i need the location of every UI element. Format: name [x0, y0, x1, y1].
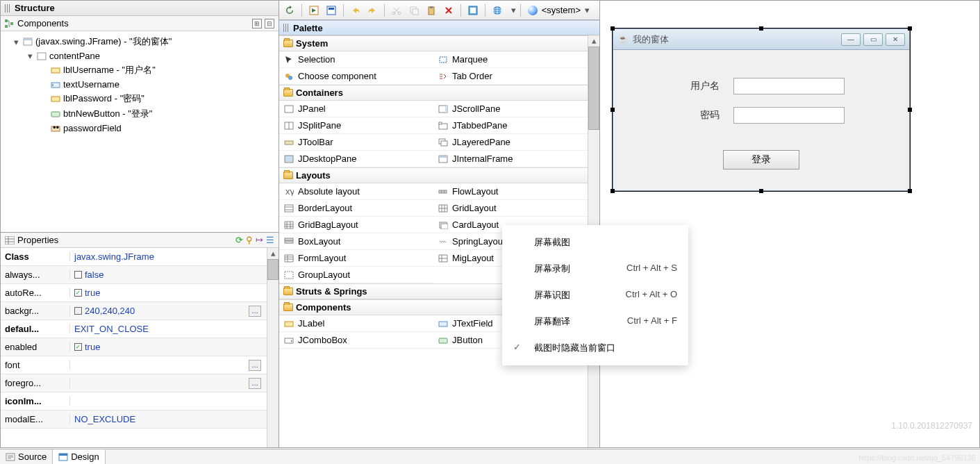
palette-item[interactable]: JInternalFrame	[433, 151, 588, 167]
tab-source[interactable]: Source	[0, 449, 53, 464]
border-icon	[283, 204, 294, 213]
props-tool-4-icon[interactable]: ☰	[266, 235, 274, 245]
context-menu-item[interactable]: 屏幕识图Ctrl + Alt + O	[502, 282, 688, 308]
svg-rect-18	[327, 6, 335, 15]
svg-rect-27	[470, 8, 476, 13]
property-row[interactable]: foregro...…	[1, 374, 267, 392]
context-menu-item[interactable]: 屏幕截图	[502, 229, 688, 256]
property-row[interactable]: iconIm...	[1, 392, 267, 411]
palette-item[interactable]: Choose component	[279, 68, 433, 85]
palette-category[interactable]: System	[279, 35, 588, 51]
property-row[interactable]: always...false	[1, 266, 267, 284]
property-row[interactable]: modalE...NO_EXCLUDE	[1, 411, 267, 429]
props-tool-2-icon[interactable]: ⚲	[246, 235, 253, 245]
ellipsis-button[interactable]: …	[249, 378, 261, 389]
tree-node[interactable]: ••passwordField	[2, 122, 277, 135]
tree-node[interactable]: lblUsername - "用户名"	[2, 63, 277, 78]
palette-item[interactable]: Selection	[279, 51, 433, 68]
svg-rect-33	[285, 106, 293, 113]
palette-category[interactable]: Containers	[279, 85, 588, 101]
palette-item[interactable]: GridLayout	[433, 200, 588, 217]
expand-all-button[interactable]: ⊞	[252, 19, 262, 28]
palette-item[interactable]: JSplitPane	[279, 117, 433, 134]
copy-button[interactable]	[406, 3, 422, 18]
text-icon	[50, 80, 61, 90]
palette-item[interactable]: GridBagLayout	[279, 217, 433, 233]
palette-item[interactable]: BorderLayout	[279, 200, 433, 217]
property-row[interactable]: enabled✓true	[1, 338, 267, 356]
palette-category[interactable]: Layouts	[279, 167, 588, 183]
context-menu-item[interactable]: 屏幕翻译Ctrl + Alt + F	[502, 308, 688, 335]
palette-item[interactable]: JDesktopPane	[279, 151, 433, 167]
minimize-button[interactable]: —	[841, 33, 861, 46]
tab-design[interactable]: Design	[53, 449, 105, 464]
jframe-preview[interactable]: ☕ 我的窗体 — ▭ ✕ 用户名 密码	[613, 28, 910, 191]
property-row[interactable]: backgr...240,240,240…	[1, 302, 267, 320]
delete-button[interactable]	[441, 3, 456, 18]
property-row[interactable]: font…	[1, 356, 267, 374]
cut-button[interactable]	[389, 3, 404, 18]
folder-icon	[283, 304, 293, 311]
password-icon: ••	[50, 124, 61, 133]
props-tool-3-icon[interactable]: ↦	[256, 235, 263, 245]
system-lnf-dropdown[interactable]: <system>▾	[525, 3, 597, 17]
password-field[interactable]	[733, 107, 845, 124]
button-icon	[50, 109, 61, 119]
palette-item[interactable]: Marquee	[433, 51, 588, 68]
tree-node[interactable]: lblPassword - "密码"	[2, 91, 277, 106]
palette-item[interactable]: Tab Order	[433, 68, 588, 85]
ellipsis-button[interactable]: …	[249, 306, 261, 317]
tree-node[interactable]: textUsername	[2, 78, 277, 91]
undo-button[interactable]	[348, 3, 363, 18]
palette-item[interactable]: JLayeredPane	[433, 134, 588, 151]
palette-item[interactable]: FormLayout	[279, 250, 433, 267]
palette-item[interactable]: JScrollPane	[433, 101, 588, 117]
property-row[interactable]: autoRe...✓true	[1, 284, 267, 302]
card-icon	[438, 220, 449, 230]
tree-node[interactable]: ▾contentPane	[2, 49, 277, 63]
svg-rect-57	[285, 272, 293, 279]
globe-dropdown-icon[interactable]: ▾	[511, 5, 516, 15]
components-tree[interactable]: ▾(javax.swing.JFrame) - "我的窗体"▾contentPa…	[1, 31, 279, 232]
context-menu-item[interactable]: ✓截图时隐藏当前窗口	[502, 335, 688, 361]
collapse-all-button[interactable]: ⊟	[265, 19, 274, 28]
props-tool-1-icon[interactable]: ⟳	[235, 235, 243, 245]
taborder-icon	[438, 72, 449, 81]
folder-icon	[283, 172, 293, 179]
palette-item[interactable]: JPanel	[279, 101, 433, 117]
login-button[interactable]: 登录	[723, 150, 799, 169]
ellipsis-button[interactable]: …	[249, 360, 261, 371]
refresh-button[interactable]	[282, 3, 297, 18]
context-menu-item[interactable]: 屏幕录制Ctrl + Alt + S	[502, 256, 688, 282]
close-button[interactable]: ✕	[886, 33, 905, 46]
palette-item[interactable]: GroupLayout	[279, 267, 433, 283]
design-canvas[interactable]: ☕ 我的窗体 — ▭ ✕ 用户名 密码	[600, 1, 979, 447]
layout-button[interactable]	[465, 3, 481, 18]
maximize-button[interactable]: ▭	[863, 33, 883, 46]
property-row[interactable]: Classjavax.swing.JFrame	[1, 248, 267, 266]
preview-button[interactable]	[324, 3, 339, 18]
tree-node[interactable]: btnNewButton - "登录"	[2, 106, 277, 122]
palette-item[interactable]: JLabel	[279, 315, 433, 332]
palette-item[interactable]: FlowLayout	[433, 183, 588, 200]
properties-scrollbar[interactable]: ▴	[267, 248, 279, 447]
grid-icon	[438, 204, 449, 213]
globe-button[interactable]	[490, 3, 505, 18]
username-field[interactable]	[733, 78, 845, 94]
tree-node[interactable]: ▾(javax.swing.JFrame) - "我的窗体"	[2, 34, 277, 49]
palette-item[interactable]: xyAbsolute layout	[279, 183, 433, 200]
property-row[interactable]: defaul...EXIT_ON_CLOSE	[1, 320, 267, 338]
svg-rect-9	[51, 97, 60, 101]
palette-item[interactable]: JToolBar	[279, 134, 433, 151]
svg-rect-61	[439, 338, 447, 343]
folder-icon	[283, 89, 293, 97]
redo-button[interactable]	[365, 3, 381, 18]
tabbed-icon	[438, 121, 449, 131]
palette-item[interactable]: JComboBox	[279, 332, 433, 349]
paste-button[interactable]	[424, 3, 439, 18]
palette-item[interactable]: JTabbedPane	[433, 117, 588, 134]
context-menu[interactable]: 屏幕截图屏幕录制Ctrl + Alt + S屏幕识图Ctrl + Alt + O…	[502, 225, 688, 365]
properties-table[interactable]: Classjavax.swing.JFramealways...falseaut…	[1, 248, 267, 447]
test-button[interactable]	[306, 3, 322, 18]
palette-item[interactable]: BoxLayout	[279, 233, 433, 250]
